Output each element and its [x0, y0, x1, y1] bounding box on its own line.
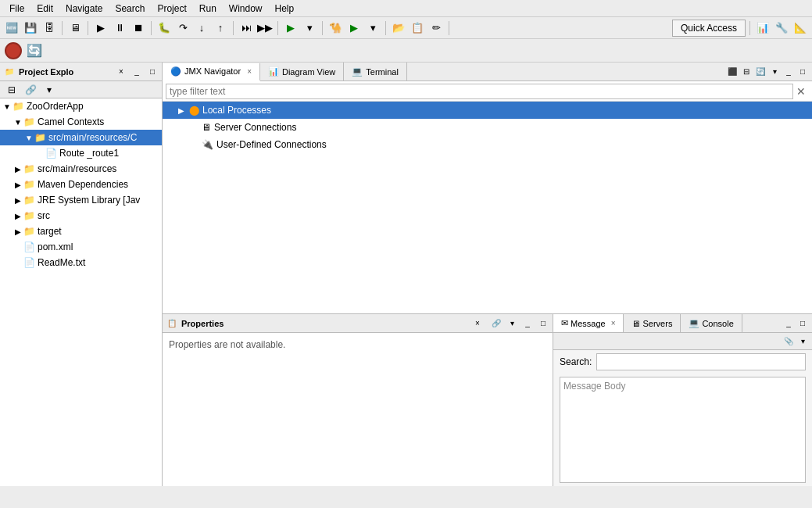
- tree-item-src-main2[interactable]: ▶ 📁 src/main/resources: [0, 161, 162, 177]
- minimize-jmx-btn[interactable]: _: [782, 66, 795, 78]
- toggle-zoo[interactable]: ▼: [2, 102, 13, 111]
- props-close-x[interactable]: ×: [471, 317, 484, 330]
- panel-minimize-icon[interactable]: _: [131, 66, 143, 78]
- stop-btn[interactable]: ⏹: [130, 20, 147, 37]
- tab-terminal[interactable]: 💻 Terminal: [344, 63, 407, 80]
- props-minimize-btn[interactable]: _: [521, 317, 534, 330]
- panel-maximize-icon[interactable]: □: [146, 66, 159, 78]
- fwd-btn[interactable]: ✏: [427, 20, 445, 37]
- tab-jmx-navigator[interactable]: 🔵 JMX Navigator ×: [163, 63, 260, 81]
- toggle-target[interactable]: ▶: [13, 227, 23, 236]
- menu-search[interactable]: Search: [109, 2, 151, 16]
- tree-item-src[interactable]: ▶ 📁 src: [0, 208, 162, 224]
- icon-src: 📁: [23, 210, 35, 221]
- run-btn[interactable]: ▶: [92, 20, 109, 37]
- tab-message[interactable]: ✉ Message ×: [553, 314, 624, 332]
- jmx-server-label: Server Connections: [214, 122, 296, 133]
- link-btn[interactable]: 🔗: [22, 81, 39, 98]
- brand-logo: [5, 42, 22, 59]
- save-btn[interactable]: 💾: [22, 20, 39, 37]
- panel-close-icon[interactable]: ×: [115, 66, 127, 78]
- maximize-jmx-btn[interactable]: □: [796, 66, 809, 78]
- tab-servers[interactable]: 🖥 Servers: [624, 314, 681, 332]
- label-readme: ReadMe.txt: [38, 257, 85, 268]
- jmx-filter-input[interactable]: [166, 84, 793, 99]
- message-tab-close[interactable]: ×: [611, 319, 616, 327]
- menu-help[interactable]: Help: [269, 2, 301, 16]
- icon-route1: 📄: [45, 148, 57, 159]
- tree-item-target[interactable]: ▶ 📁 target: [0, 224, 162, 239]
- jmx-item-user-connections[interactable]: 🔌 User-Defined Connections: [163, 136, 812, 153]
- step-into-btn[interactable]: ↓: [193, 20, 210, 37]
- perspective-btn3[interactable]: 📐: [792, 20, 809, 37]
- props-maximize-btn[interactable]: □: [537, 317, 549, 330]
- props-view-menu-btn[interactable]: ▾: [506, 317, 518, 330]
- toggle-maven[interactable]: ▶: [13, 181, 23, 189]
- main-layout: 📁 Project Explo × _ □ ⊟ 🔗 ▾ ▼ 📁 ZooOrder…: [0, 63, 812, 486]
- tab-console[interactable]: 💻 Console: [681, 314, 742, 332]
- tab-diagram-view[interactable]: 📊 Diagram View: [260, 63, 344, 80]
- back-btn[interactable]: 📋: [409, 20, 426, 37]
- jmx-item-server-connections[interactable]: 🖥 Server Connections: [163, 119, 812, 136]
- toggle-src-main2[interactable]: ▶: [13, 165, 23, 174]
- step-over-btn[interactable]: ↷: [174, 20, 191, 37]
- refresh-jmx-btn[interactable]: 🔄: [754, 66, 767, 78]
- open-btn[interactable]: 📂: [390, 20, 407, 37]
- new-btn[interactable]: 🆕: [3, 20, 20, 37]
- msg-maximize-btn[interactable]: □: [796, 317, 809, 330]
- suspend-btn[interactable]: ⏸: [111, 20, 128, 37]
- toggle-src-main[interactable]: ▼: [23, 134, 34, 142]
- tree-item-src-main[interactable]: ▼ 📁 src/main/resources/C: [0, 130, 162, 145]
- tree-item-maven[interactable]: ▶ 📁 Maven Dependencies: [0, 177, 162, 192]
- save-all-btn[interactable]: 🗄: [41, 20, 58, 37]
- console-btn[interactable]: 🖥: [66, 20, 84, 37]
- msg-tab-actions: _ □: [782, 317, 812, 330]
- launch-btn[interactable]: ▶: [282, 20, 299, 37]
- search-input[interactable]: [596, 353, 806, 370]
- tree-item-jre[interactable]: ▶ 📁 JRE System Library [Jav: [0, 192, 162, 208]
- toggle-local[interactable]: ▶: [178, 106, 189, 115]
- skip-btn[interactable]: ⏭: [238, 20, 255, 37]
- camel-run[interactable]: ▶: [345, 20, 363, 37]
- camel-btn[interactable]: 🐪: [327, 20, 344, 37]
- jmx-item-local-processes[interactable]: ▶ ⬤ Local Processes: [163, 102, 812, 119]
- perspective-btn[interactable]: 📊: [754, 20, 771, 37]
- view-menu-jmx-btn[interactable]: ▾: [768, 66, 781, 78]
- tree-item-readme[interactable]: 📄 ReadMe.txt: [0, 255, 162, 270]
- bottom-pane: 📋 Properties × 🔗 ▾ _ □ Properties are no…: [163, 314, 812, 486]
- launch-dropdown[interactable]: ▾: [301, 20, 318, 37]
- jmx-tab-close[interactable]: ×: [247, 67, 252, 76]
- label-route1: Route _route1: [59, 148, 119, 159]
- icon-jre: 📁: [23, 195, 35, 206]
- msg-toolbar-btn1[interactable]: 📎: [782, 335, 795, 348]
- filter-clear-icon[interactable]: ✕: [793, 85, 809, 98]
- menu-run[interactable]: Run: [193, 2, 223, 16]
- msg-toolbar-dropdown[interactable]: ▾: [796, 335, 809, 348]
- toggle-camel[interactable]: ▼: [13, 118, 23, 127]
- collapse-icon[interactable]: ⬛: [726, 66, 739, 78]
- camel-dropdown[interactable]: ▾: [364, 20, 381, 37]
- menu-navigate[interactable]: Navigate: [59, 2, 109, 16]
- tree-item-route1[interactable]: 📄 Route _route1: [0, 145, 162, 161]
- step-return-btn[interactable]: ↑: [212, 20, 229, 37]
- view-menu-btn[interactable]: ▾: [41, 81, 58, 98]
- quick-access-button[interactable]: Quick Access: [672, 20, 746, 37]
- menu-file[interactable]: File: [3, 2, 30, 16]
- debug-btn[interactable]: 🐛: [156, 20, 173, 37]
- collapse-all-btn[interactable]: ⊟: [3, 81, 20, 98]
- menu-window[interactable]: Window: [223, 2, 269, 16]
- menu-edit[interactable]: Edit: [30, 2, 59, 16]
- resume-btn[interactable]: ▶▶: [256, 20, 274, 37]
- menu-project[interactable]: Project: [151, 2, 192, 16]
- collapse-btn[interactable]: ⊟: [740, 66, 753, 78]
- tree-item-camel[interactable]: ▼ 📁 Camel Contexts: [0, 114, 162, 130]
- toggle-src[interactable]: ▶: [13, 212, 23, 220]
- refresh-icon[interactable]: 🔄: [27, 43, 42, 58]
- perspective-btn2[interactable]: 🔧: [773, 20, 790, 37]
- props-link-btn[interactable]: 🔗: [490, 317, 503, 330]
- msg-minimize-btn[interactable]: _: [782, 317, 795, 330]
- sep9: [749, 21, 750, 35]
- toggle-jre[interactable]: ▶: [13, 196, 23, 205]
- tree-item-zoo[interactable]: ▼ 📁 ZooOrderApp: [0, 98, 162, 114]
- tree-item-pom[interactable]: 📄 pom.xml: [0, 239, 162, 255]
